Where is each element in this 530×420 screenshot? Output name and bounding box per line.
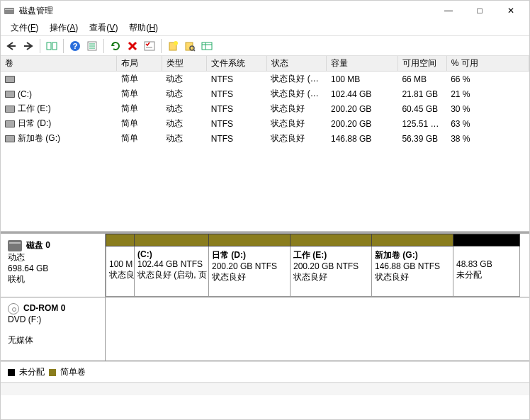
- minimize-button[interactable]: —: [433, 1, 464, 21]
- svg-rect-0: [4, 8, 14, 14]
- volume-icon: [5, 135, 15, 142]
- column-header[interactable]: 文件系统: [207, 56, 267, 72]
- svg-rect-21: [202, 42, 212, 50]
- disk-map: 磁盘 0动态698.64 GB联机100 M状态良(C:)102.44 GB N…: [1, 232, 529, 361]
- delete-icon[interactable]: [125, 38, 140, 54]
- volume-icon: [5, 120, 15, 127]
- forward-icon[interactable]: [21, 38, 36, 54]
- column-header[interactable]: 布局: [117, 56, 162, 72]
- svg-rect-1: [5, 9, 13, 10]
- partition[interactable]: 新加卷 (G:)146.88 GB NTFS状态良好: [371, 246, 453, 297]
- table-row[interactable]: 工作 (E:)简单动态NTFS状态良好200.20 GB60.45 GB30 %: [1, 101, 529, 116]
- partition[interactable]: 48.83 GB未分配: [453, 246, 520, 297]
- table-row[interactable]: 新加卷 (G:)简单动态NTFS状态良好146.88 GB56.39 GB38 …: [1, 131, 529, 146]
- checklist-icon[interactable]: [142, 38, 157, 54]
- column-header[interactable]: 类型: [162, 56, 206, 72]
- cd-icon: [8, 303, 19, 314]
- back-icon[interactable]: [4, 38, 19, 54]
- column-header[interactable]: 可用空间: [397, 56, 446, 72]
- table-row[interactable]: 日常 (D:)简单动态NTFS状态良好200.20 GB125.51 …63 %: [1, 116, 529, 131]
- partition[interactable]: 100 M状态良: [106, 246, 134, 297]
- disk-info: 磁盘 0动态698.64 GB联机: [1, 234, 106, 297]
- find-icon[interactable]: [182, 38, 198, 54]
- window-title: 磁盘管理: [19, 5, 433, 17]
- refresh-icon[interactable]: [108, 38, 123, 54]
- menu-h[interactable]: 帮助(H): [123, 21, 164, 35]
- close-button[interactable]: ✕: [495, 1, 526, 21]
- titlebar: 磁盘管理 — □ ✕: [1, 1, 529, 21]
- legend-label: 简单卷: [60, 366, 86, 378]
- maximize-button[interactable]: □: [464, 1, 495, 21]
- svg-rect-4: [47, 42, 51, 50]
- disk-row: 磁盘 0动态698.64 GB联机100 M状态良(C:)102.44 GB N…: [1, 234, 529, 297]
- partition[interactable]: 日常 (D:)200.20 GB NTFS状态良好: [208, 246, 290, 297]
- menu-f[interactable]: 文件(F): [5, 21, 44, 35]
- disk-icon: [8, 240, 22, 251]
- volume-icon: [5, 91, 15, 98]
- menu-v[interactable]: 查看(V): [84, 21, 123, 35]
- column-header-row: 卷布局类型文件系统状态容量可用空间% 可用: [1, 56, 529, 72]
- svg-point-17: [174, 41, 178, 45]
- disk-info: CD-ROM 0DVD (F:) 无媒体: [1, 297, 106, 361]
- svg-rect-5: [52, 42, 57, 50]
- legend-swatch: [49, 369, 56, 376]
- toolbar: ?: [1, 36, 529, 56]
- svg-text:?: ?: [73, 42, 78, 50]
- column-header[interactable]: 状态: [266, 56, 327, 72]
- volume-list[interactable]: 卷布局类型文件系统状态容量可用空间% 可用 简单动态NTFS状态良好 (…100…: [1, 56, 529, 232]
- menubar: 文件(F)操作(A)查看(V)帮助(H): [1, 21, 529, 36]
- table-row[interactable]: 简单动态NTFS状态良好 (…100 MB66 MB66 %: [1, 72, 529, 87]
- table-row[interactable]: (C:)简单动态NTFS状态良好 (…102.44 GB21.81 GB21 %: [1, 86, 529, 101]
- legend: 未分配简单卷: [1, 361, 529, 382]
- new-icon[interactable]: [165, 38, 181, 54]
- details-icon[interactable]: [199, 38, 215, 54]
- svg-line-20: [193, 50, 195, 51]
- volume-icon: [5, 106, 15, 113]
- app-icon: [4, 5, 15, 16]
- statusbar: [1, 382, 529, 395]
- props-icon[interactable]: [84, 38, 100, 54]
- column-header[interactable]: 卷: [1, 56, 117, 72]
- column-header[interactable]: % 可用: [446, 56, 529, 72]
- volume-icon: [5, 76, 15, 83]
- show-hide-icon[interactable]: [44, 38, 60, 54]
- column-header[interactable]: 容量: [327, 56, 397, 72]
- partition[interactable]: (C:)102.44 GB NTFS状态良好 (启动, 页: [134, 246, 208, 297]
- help-icon[interactable]: ?: [67, 38, 83, 54]
- menu-a[interactable]: 操作(A): [44, 21, 84, 35]
- legend-label: 未分配: [19, 366, 45, 378]
- disk-row: CD-ROM 0DVD (F:) 无媒体: [1, 297, 529, 361]
- partition[interactable]: 工作 (E:)200.20 GB NTFS状态良好: [290, 246, 371, 297]
- legend-swatch: [8, 369, 15, 376]
